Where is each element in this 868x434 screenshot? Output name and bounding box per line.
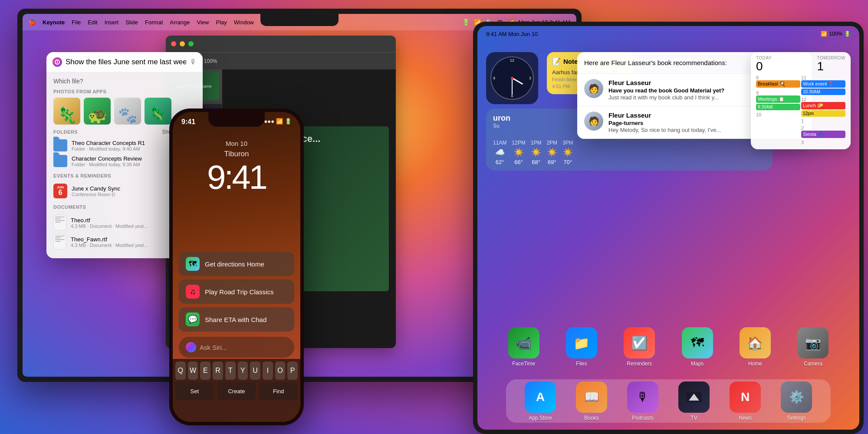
folder-icon-1 bbox=[53, 139, 67, 151]
menu-arrange[interactable]: Arrange bbox=[170, 19, 190, 26]
dock-appstore[interactable]: A App Store bbox=[523, 381, 558, 421]
key-Y[interactable]: Y bbox=[238, 362, 248, 380]
iphone-weather-city: Tiburon bbox=[173, 150, 300, 158]
key-set[interactable]: Set bbox=[175, 382, 214, 400]
menu-view[interactable]: View bbox=[197, 19, 209, 26]
weather-hour-1: 11AM ☁️ 62° bbox=[493, 140, 506, 165]
tv-icon[interactable] bbox=[678, 381, 710, 413]
photo-thumb-3[interactable]: 🐾 bbox=[114, 98, 141, 125]
photo-thumb-2[interactable]: 🐢 bbox=[84, 98, 111, 125]
siri-suggestion-text-0: Get directions Home bbox=[205, 260, 264, 268]
close-button[interactable] bbox=[171, 41, 176, 46]
siri-messages-icon: 💬 bbox=[186, 312, 200, 326]
facetime-icon[interactable]: 📹 bbox=[508, 327, 539, 358]
app-camera[interactable]: 📷 Camera bbox=[796, 327, 830, 367]
photo-thumb-4[interactable]: 🦎 bbox=[145, 98, 171, 125]
dock-podcasts[interactable]: 🎙 Podcasts bbox=[625, 381, 660, 421]
iphone-wifi-icon: 📶 bbox=[276, 118, 283, 125]
files-icon[interactable]: 📁 bbox=[566, 327, 597, 358]
maps-icon[interactable]: 🗺 bbox=[682, 327, 713, 358]
app-reminders[interactable]: ☑️ Reminders bbox=[622, 327, 657, 367]
menu-slide[interactable]: Slide bbox=[125, 19, 138, 26]
folder-icon-2 bbox=[53, 155, 67, 167]
app-maps[interactable]: 🗺 Maps bbox=[680, 327, 715, 367]
iphone-screen: 9:41 ●●● 📶 🔋 Mon 10 Tiburon 9:41 🗺 Get d… bbox=[173, 112, 300, 422]
dock-tv[interactable]: TV bbox=[677, 381, 711, 421]
clock-widget: 12 3 6 9 bbox=[486, 52, 538, 104]
photo-thumb-1[interactable]: 🦎 bbox=[53, 98, 80, 125]
key-R[interactable]: R bbox=[213, 362, 223, 380]
siri-orb bbox=[186, 342, 196, 352]
camera-icon[interactable]: 📷 bbox=[797, 327, 829, 358]
apple-menu[interactable]: 🍎 bbox=[29, 19, 36, 26]
keyboard-bottom-row: Set Create Find bbox=[174, 382, 299, 400]
siri-spotlight-icon bbox=[53, 57, 62, 67]
maximize-button[interactable] bbox=[188, 41, 194, 46]
podcasts-icon[interactable]: 🎙 bbox=[627, 381, 658, 413]
key-U[interactable]: U bbox=[250, 362, 260, 380]
app-menu[interactable]: Keynote bbox=[43, 19, 65, 26]
weather-hour-2: 12PM ☀️ 66° bbox=[512, 140, 525, 165]
siri-bar[interactable]: Ask Siri... bbox=[179, 337, 294, 358]
siri-suggestion-directions[interactable]: 🗺 Get directions Home bbox=[179, 252, 294, 276]
news-label: News bbox=[739, 415, 752, 421]
spotlight-input[interactable] bbox=[66, 58, 186, 66]
reminders-icon[interactable]: ☑️ bbox=[624, 327, 655, 358]
dock-settings[interactable]: ⚙️ Settings bbox=[779, 381, 814, 421]
app-facetime[interactable]: 📹 FaceTime bbox=[506, 327, 541, 367]
weather-hours: 11AM ☁️ 62° 12PM ☀️ 66° 1PM ☀️ 68° 2PM ☀… bbox=[493, 140, 766, 165]
ipad-battery-icon: 🔋 bbox=[844, 31, 851, 37]
tv-label: TV bbox=[690, 415, 697, 421]
battery-icon: 🔋 bbox=[462, 19, 470, 26]
key-P[interactable]: P bbox=[287, 362, 298, 380]
books-icon[interactable]: 📖 bbox=[576, 381, 607, 413]
menu-insert[interactable]: Insert bbox=[105, 19, 119, 26]
camera-label: Camera bbox=[804, 361, 822, 367]
doc-icon-1 bbox=[53, 215, 66, 230]
key-Q[interactable]: Q bbox=[175, 362, 186, 380]
menu-play[interactable]: Play bbox=[216, 19, 227, 26]
menu-edit[interactable]: Edit bbox=[88, 19, 97, 26]
key-E[interactable]: E bbox=[200, 362, 210, 380]
siri-suggestion-text-1: Play Road Trip Classics bbox=[205, 288, 273, 296]
siri-suggestion-messages[interactable]: 💬 Share ETA with Chad bbox=[179, 307, 294, 332]
mic-icon[interactable]: 🎙 bbox=[190, 58, 197, 66]
app-home[interactable]: 🏠 Home bbox=[738, 327, 773, 367]
weather-hour-3: 1PM ☀️ 68° bbox=[531, 140, 542, 165]
spotlight-input-row[interactable]: 🎙 bbox=[46, 52, 203, 72]
reminders-label: Reminders bbox=[627, 361, 652, 367]
iphone-notch bbox=[208, 112, 265, 127]
minimize-button[interactable] bbox=[180, 41, 185, 46]
iphone-date: Mon 10 bbox=[173, 140, 300, 147]
dock-news[interactable]: N News bbox=[728, 381, 763, 421]
settings-icon[interactable]: ⚙️ bbox=[781, 381, 812, 413]
ipad-wifi-area: 📶 100% 🔋 bbox=[821, 31, 851, 37]
key-O[interactable]: O bbox=[275, 362, 286, 380]
appstore-icon[interactable]: A bbox=[525, 381, 556, 413]
app-files[interactable]: 📁 Files bbox=[564, 327, 599, 367]
facetime-label: FaceTime bbox=[512, 361, 535, 367]
key-T[interactable]: T bbox=[225, 362, 236, 380]
key-find[interactable]: Find bbox=[259, 382, 298, 400]
home-icon[interactable]: 🏠 bbox=[740, 327, 771, 358]
weather-hour-4: 2PM ☀️ 69° bbox=[546, 140, 557, 165]
iphone-signal-icon: ●●● bbox=[264, 118, 274, 125]
photos-section-title: Photos From Apps bbox=[53, 89, 196, 94]
menu-file[interactable]: File bbox=[72, 19, 81, 26]
iphone-battery-icon: 🔋 bbox=[285, 118, 292, 125]
iphone-keyboard[interactable]: Q W E R T Y U I O P Set Create Find bbox=[173, 359, 300, 422]
menu-format[interactable]: Format bbox=[145, 19, 163, 26]
key-create[interactable]: Create bbox=[217, 382, 256, 400]
news-icon[interactable]: N bbox=[730, 381, 761, 413]
settings-label: Settings bbox=[787, 415, 806, 421]
clock-face: 12 3 6 9 bbox=[490, 56, 534, 100]
cal-today-header: TODAY 0 bbox=[756, 56, 772, 72]
files-label: Files bbox=[576, 361, 587, 367]
key-I[interactable]: I bbox=[263, 362, 273, 380]
key-W[interactable]: W bbox=[188, 362, 198, 380]
notes-sender-1: Fleur Lasseur bbox=[608, 79, 651, 86]
menu-window[interactable]: Window bbox=[234, 19, 254, 26]
dock-books[interactable]: 📖 Books bbox=[574, 381, 609, 421]
siri-suggestion-music[interactable]: ♫ Play Road Trip Classics bbox=[179, 279, 294, 304]
event-day: 6 bbox=[59, 189, 62, 196]
